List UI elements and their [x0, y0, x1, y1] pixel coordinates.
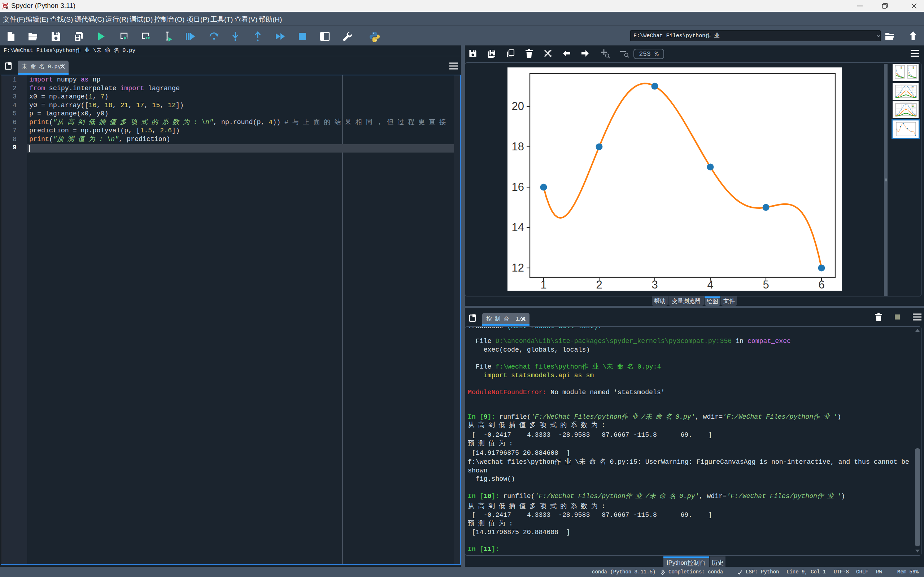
- svg-text:20: 20: [512, 100, 524, 113]
- svg-text:16: 16: [512, 181, 524, 193]
- svg-text:14: 14: [512, 221, 524, 234]
- svg-text:5: 5: [762, 279, 769, 291]
- svg-text:4: 4: [707, 279, 713, 291]
- svg-text:3: 3: [651, 279, 657, 291]
- svg-text:2: 2: [596, 279, 602, 291]
- svg-text:12: 12: [512, 261, 524, 274]
- svg-text:s: s: [6, 5, 8, 10]
- svg-text:6: 6: [818, 279, 824, 291]
- svg-text:1: 1: [540, 279, 546, 291]
- svg-text:18: 18: [512, 140, 524, 153]
